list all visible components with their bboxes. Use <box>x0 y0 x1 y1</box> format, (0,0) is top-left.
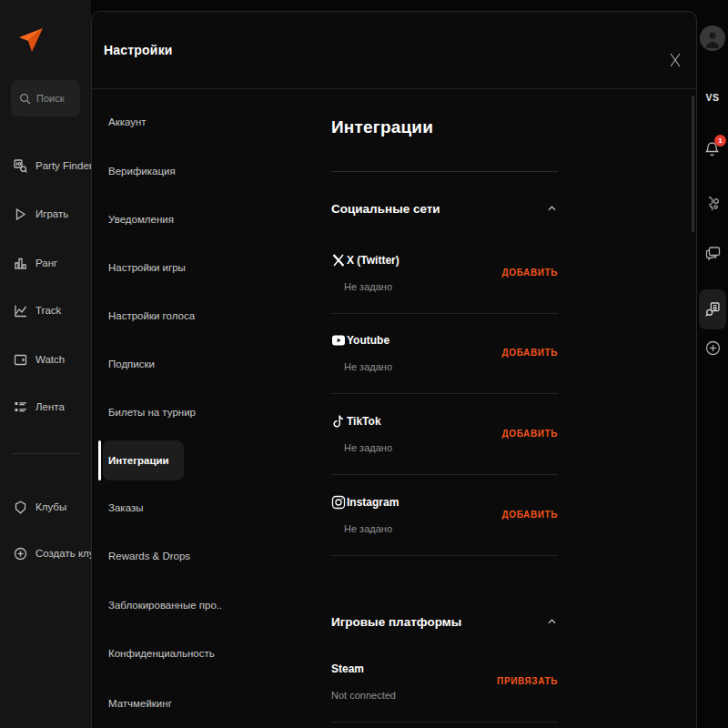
left-sidebar: Поиск Party Finder Играть Ранг Track Wat… <box>0 0 91 728</box>
settings-nav-orders[interactable]: Заказы <box>108 498 143 518</box>
sidebar-item-rank[interactable]: Ранг <box>14 252 57 274</box>
plus-circle-icon <box>14 547 27 561</box>
notifications-button[interactable]: 1 <box>704 141 723 159</box>
link-button[interactable]: ПРИВЯЗАТЬ <box>497 675 558 688</box>
chevron-up-icon <box>548 619 556 624</box>
settings-nav-verification[interactable]: Верификация <box>108 161 176 181</box>
vs-label[interactable]: VS <box>697 92 728 103</box>
sidebar-item-create-club[interactable]: Создать клуб <box>14 542 100 564</box>
settings-nav-tournament-tickets[interactable]: Билеты на турнир <box>108 402 196 422</box>
chevron-up-icon <box>548 206 556 211</box>
clubs-icon <box>14 500 27 514</box>
settings-nav-integrations[interactable]: Интеграции <box>108 450 169 470</box>
integration-row-youtube: Youtube Не задано ДОБАВИТЬ <box>331 333 558 412</box>
sidebar-item-label: Ранг <box>35 258 57 268</box>
sidebar-item-label: Watch <box>35 354 65 365</box>
person-icon <box>704 30 721 48</box>
settings-nav-subscriptions[interactable]: Подписки <box>108 354 155 374</box>
friends-icon <box>705 196 721 211</box>
avatar[interactable] <box>700 25 725 51</box>
chats-icon <box>705 246 721 261</box>
party-finder-icon <box>14 159 27 173</box>
search-input[interactable]: Поиск <box>11 80 80 116</box>
modal-title: Настройки <box>104 43 173 57</box>
integration-status: Не задано <box>344 280 392 293</box>
row-divider <box>331 474 558 475</box>
sidebar-item-clubs[interactable]: Клубы <box>14 496 66 518</box>
page-title: Интеграции <box>331 117 433 137</box>
settings-modal: Настройки Аккаунт Верификация Уведомлени… <box>91 11 697 728</box>
modal-scrollbar[interactable] <box>692 96 694 232</box>
x-twitter-icon <box>331 253 346 268</box>
content-divider <box>331 171 558 172</box>
sidebar-divider <box>11 453 80 454</box>
integration-row-steam: Steam Not connected ПРИВЯЗАТЬ <box>331 662 558 728</box>
integration-name: Instagram <box>347 495 399 510</box>
settings-nav-privacy[interactable]: Конфиденциальность <box>108 643 215 663</box>
integration-status: Not connected <box>331 689 396 702</box>
sidebar-item-label: Лента <box>35 401 65 412</box>
friends-button[interactable] <box>697 196 728 211</box>
integration-name: X (Twitter) <box>347 253 399 268</box>
party-finder-icon <box>705 302 720 317</box>
notification-badge: 1 <box>714 135 726 147</box>
sidebar-item-watch[interactable]: Watch <box>14 349 65 370</box>
integration-name: Steam <box>331 662 364 676</box>
section-title: Социальные сети <box>331 202 440 216</box>
integration-name: TikTok <box>347 414 381 429</box>
add-button[interactable]: ДОБАВИТЬ <box>502 267 558 279</box>
row-divider <box>331 555 558 556</box>
settings-nav-blocked-profiles[interactable]: Заблокированные про.. <box>108 595 222 615</box>
sidebar-item-label: Клубы <box>35 501 66 512</box>
settings-nav-matchmaking[interactable]: Матчмейкинг <box>108 693 172 713</box>
integration-status: Не задано <box>344 522 392 535</box>
settings-nav-game-settings[interactable]: Настройки игры <box>108 258 186 278</box>
row-divider <box>331 393 558 394</box>
add-button[interactable]: ДОБАВИТЬ <box>502 428 558 440</box>
integration-status: Не задано <box>344 360 392 373</box>
add-button[interactable]: ДОБАВИТЬ <box>502 509 558 521</box>
close-icon <box>669 53 682 67</box>
integration-row-instagram: Instagram Не задано ДОБАВИТЬ <box>331 495 558 574</box>
collapse-section-button[interactable] <box>545 615 558 628</box>
collapse-section-button[interactable] <box>545 202 558 215</box>
youtube-icon <box>331 333 346 348</box>
nav-selected-bar <box>98 440 101 480</box>
section-game-platforms: Игровые платформы <box>331 613 558 630</box>
row-divider <box>331 313 558 314</box>
right-rail: VS 1 <box>697 0 728 728</box>
section-social-networks: Социальные сети <box>331 200 558 217</box>
app-logo-icon[interactable] <box>16 25 46 55</box>
integration-row-tiktok: TikTok Не задано ДОБАВИТЬ <box>331 414 558 493</box>
integration-status: Не задано <box>344 441 392 454</box>
add-button-rail[interactable] <box>697 340 728 356</box>
integration-row-x-twitter: X (Twitter) Не задано ДОБАВИТЬ <box>331 253 558 332</box>
search-icon <box>19 93 31 105</box>
plus-circle-icon <box>705 340 721 356</box>
party-finder-rail-button[interactable] <box>699 289 726 329</box>
rank-icon <box>14 257 27 270</box>
sidebar-item-feed[interactable]: Лента <box>14 396 65 418</box>
integration-name: Youtube <box>347 333 389 348</box>
settings-nav-voice-settings[interactable]: Настройки голоса <box>108 306 195 326</box>
sidebar-item-play[interactable]: Играть <box>14 203 68 225</box>
settings-nav-notifications[interactable]: Уведомления <box>108 209 174 229</box>
settings-nav-account[interactable]: Аккаунт <box>108 112 147 132</box>
sidebar-item-label: Track <box>35 305 61 316</box>
sidebar-item-track[interactable]: Track <box>14 299 61 321</box>
feed-icon <box>14 400 27 414</box>
watch-icon <box>14 353 27 367</box>
close-button[interactable] <box>665 50 685 70</box>
track-icon <box>14 304 27 318</box>
search-placeholder: Поиск <box>36 93 64 104</box>
tiktok-icon <box>331 414 346 429</box>
sidebar-item-party-finder[interactable]: Party Finder <box>14 155 93 177</box>
settings-nav-rewards-drops[interactable]: Rewards & Drops <box>108 546 190 566</box>
section-title: Игровые платформы <box>331 615 461 629</box>
instagram-icon <box>331 495 346 510</box>
chats-button[interactable] <box>697 246 728 261</box>
add-button[interactable]: ДОБАВИТЬ <box>502 347 558 359</box>
sidebar-item-label: Party Finder <box>35 160 93 171</box>
settings-modal-header: Настройки <box>92 12 696 89</box>
row-divider <box>331 722 558 723</box>
